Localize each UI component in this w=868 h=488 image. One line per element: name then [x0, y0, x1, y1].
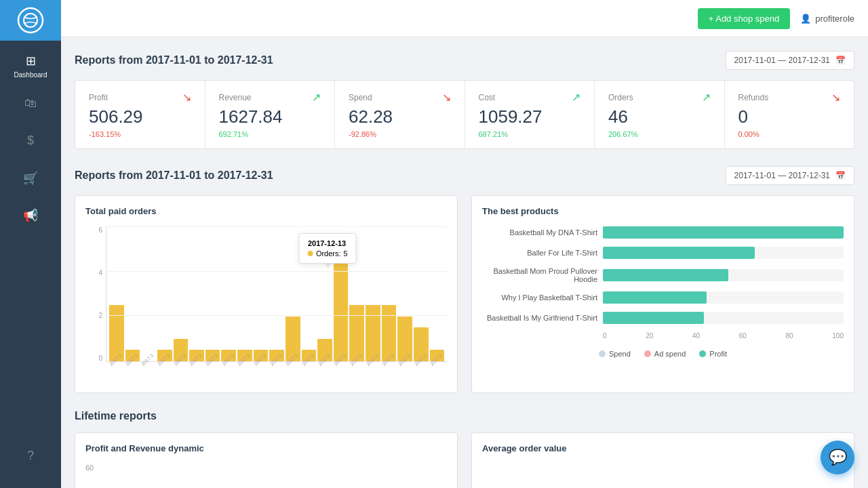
hbar-product-label: Basketball Is My Girlfriend T-Shirt: [482, 314, 597, 322]
bar-chart-container: 6 4 2 0: [85, 226, 447, 382]
lifetime-title: Lifetime reports: [75, 410, 854, 422]
sidebar-bottom: ?: [27, 437, 34, 488]
y-label-2: 2: [98, 312, 102, 319]
stat-label: Profit ↘: [89, 91, 191, 104]
profit-revenue-chart: Profit and Revenue dynamic 60: [75, 432, 458, 488]
sidebar-item-cart[interactable]: 🛒: [0, 159, 61, 197]
stat-card-orders: Orders ↗ 46 206.67%: [595, 81, 725, 148]
orders-chart-title: Total paid orders: [85, 206, 447, 216]
stat-value: 1627.84: [219, 106, 321, 127]
stat-value: 1059.27: [479, 106, 581, 127]
sidebar-item-revenue[interactable]: $: [0, 122, 61, 159]
stat-label: Revenue ↗: [219, 91, 321, 104]
calendar-icon: 📅: [835, 56, 846, 65]
legend-profit: Profit: [699, 350, 727, 358]
hbar-x-label: 0: [603, 332, 607, 340]
hbar-track: [603, 226, 844, 239]
add-shop-spend-button[interactable]: + Add shop spend: [698, 8, 790, 29]
bar[interactable]: [109, 305, 124, 361]
charts-row: Total paid orders 6 4 2 0: [75, 195, 854, 393]
bar[interactable]: [382, 305, 397, 361]
avg-order-value-title: Average order value: [482, 443, 844, 453]
stat-change: -92.86%: [349, 130, 451, 138]
stat-value: 0: [738, 106, 841, 127]
hbar-row: Basketball Mom Proud Pullover Hoodie: [482, 267, 844, 283]
orders-chart-card: Total paid orders 6 4 2 0: [75, 195, 458, 393]
hbar-row: Why I Play Basketball T-Shirt: [482, 291, 844, 304]
chat-icon: 💬: [829, 449, 847, 466]
hbar-x-label: 100: [832, 332, 844, 340]
hbar-track: [603, 247, 844, 259]
hbar-track: [603, 312, 844, 324]
tooltip-date: 2017-12-13: [308, 239, 348, 247]
hbar-profit-fill: [603, 247, 755, 259]
legend-adspend-dot: [644, 350, 651, 357]
hbar-x-label: 40: [692, 332, 700, 340]
legend-profit-dot: [699, 350, 706, 357]
username: profiterole: [815, 14, 854, 24]
date-range-picker-top[interactable]: 2017-11-01 — 2017-12-31 📅: [726, 51, 854, 70]
hbar-track: [603, 269, 844, 281]
tooltip-orders-label: Orders:: [316, 249, 341, 258]
stat-label: Spend ↘: [349, 91, 451, 104]
stat-change: -163.15%: [89, 130, 191, 138]
y-label-4: 4: [98, 269, 102, 277]
hbar-legend: Spend Ad spend Profit: [482, 350, 844, 358]
bar[interactable]: [366, 305, 380, 361]
hbar-product-label: Why I Play Basketball T-Shirt: [482, 293, 597, 302]
legend-adspend-label: Ad spend: [654, 350, 686, 358]
sidebar-logo: [0, 0, 61, 41]
hbar-profit-fill: [603, 226, 844, 239]
tooltip-orders-value: 5: [344, 249, 348, 258]
legend-adspend: Ad spend: [644, 350, 686, 358]
legend-profit-label: Profit: [709, 350, 727, 358]
hbar-track: [603, 291, 844, 304]
date-range-picker-charts[interactable]: 2017-11-01 — 2017-12-31 📅: [726, 166, 854, 185]
hbar-product-label: Baller For Life T-Shirt: [482, 249, 597, 257]
stat-value: 506.29: [89, 106, 191, 127]
stat-card-spend: Spend ↘ 62.28 -92.86%: [335, 81, 465, 148]
bar[interactable]: [349, 305, 364, 361]
profit-revenue-title: Profit and Revenue dynamic: [85, 443, 447, 453]
hbar-x-axis: 020406080100: [482, 332, 844, 340]
reports-charts-header: Reports from 2017-11-01 to 2017-12-31 20…: [75, 166, 854, 185]
hbar-x-label: 60: [739, 332, 747, 340]
stat-card-revenue: Revenue ↗ 1627.84 692.71%: [205, 81, 336, 148]
reports-top-section: Reports from 2017-11-01 to 2017-12-31 20…: [75, 51, 854, 149]
legend-spend: Spend: [599, 350, 631, 358]
date-range-charts-value: 2017-11-01 — 2017-12-31: [734, 171, 830, 180]
sidebar-item-help[interactable]: ?: [27, 437, 34, 474]
main-content: + Add shop spend 👤 profiterole Reports f…: [61, 0, 868, 488]
hbar-row: Basketball My DNA T-Shirt: [482, 226, 844, 239]
stat-change: 692.71%: [219, 130, 321, 138]
topbar: + Add shop spend 👤 profiterole: [61, 0, 868, 37]
tooltip-dot: [308, 251, 313, 256]
bars-container: [106, 226, 447, 361]
hbar-profit-fill: [603, 312, 704, 324]
reports-top-title: Reports from 2017-11-01 to 2017-12-31: [75, 54, 273, 66]
sidebar-item-dashboard[interactable]: ⊞ Dashboard: [0, 47, 61, 85]
sidebar-item-orders[interactable]: 🛍: [0, 85, 61, 122]
avg-order-value-chart: Average order value: [471, 432, 854, 488]
hbar-profit-fill: [603, 291, 707, 304]
chat-fab[interactable]: 💬: [821, 441, 854, 474]
user-icon: 👤: [800, 14, 811, 24]
date-range-value: 2017-11-01 — 2017-12-31: [734, 56, 830, 65]
stat-card-profit: Profit ↘ 506.29 -163.15%: [75, 81, 205, 148]
hbar-row: Baller For Life T-Shirt: [482, 247, 844, 259]
sidebar-item-marketing[interactable]: 📢: [0, 197, 61, 234]
stat-card-refunds: Refunds ↘ 0 0.00%: [725, 81, 854, 148]
stat-label: Orders ↗: [608, 91, 711, 104]
stat-card-cost: Cost ↗ 1059.27 687.21%: [465, 81, 595, 148]
hbar-product-label: Basketball Mom Proud Pullover Hoodie: [482, 267, 597, 283]
stat-change: 0.00%: [738, 130, 841, 138]
hbar-chart: Basketball My DNA T-Shirt Baller For Lif…: [482, 226, 844, 324]
hbar-product-label: Basketball My DNA T-Shirt: [482, 228, 597, 237]
bottom-charts: Profit and Revenue dynamic 60 Average or…: [75, 432, 854, 488]
hbar-x-label: 80: [786, 332, 793, 340]
user-info: 👤 profiterole: [800, 14, 854, 24]
revenue-icon: $: [27, 134, 34, 148]
sidebar-item-label: Dashboard: [14, 71, 47, 79]
stats-row: Profit ↘ 506.29 -163.15% Revenue ↗ 1627.…: [75, 80, 854, 149]
legend-spend-label: Spend: [609, 350, 631, 358]
